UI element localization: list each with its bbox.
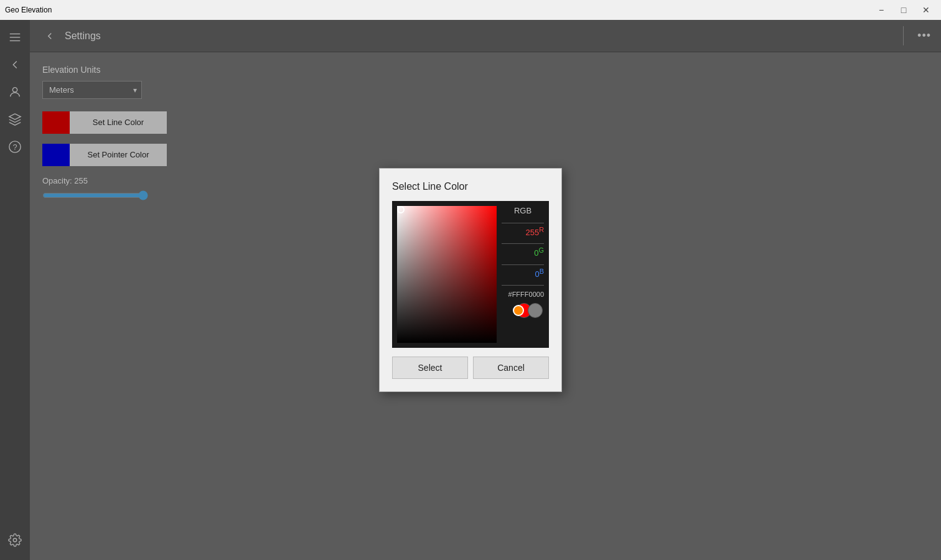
color-controls: RGB 255R 0G 0B #FFFF0000 <box>502 206 544 343</box>
color-picker-dialog: Select Line Color RGB 255R 0G 0B <box>379 168 562 392</box>
hex-value: #FFFF0000 <box>508 291 544 298</box>
r-value-row: 255R <box>502 226 544 237</box>
rgb-divider-2 <box>502 243 544 244</box>
rgb-divider-4 <box>502 285 544 286</box>
gradient-dark-overlay <box>397 206 497 343</box>
app-title: Geo Elevation <box>5 6 52 14</box>
gradient-bg <box>397 206 497 343</box>
color-gradient-canvas[interactable] <box>397 206 497 343</box>
titlebar: Geo Elevation − □ ✕ <box>0 0 941 20</box>
cancel-button[interactable]: Cancel <box>473 357 549 379</box>
b-superscript: B <box>540 268 544 275</box>
preview-old-color <box>528 303 543 318</box>
close-button[interactable]: ✕ <box>916 4 936 16</box>
dialog-title: Select Line Color <box>392 181 549 192</box>
color-preview-row <box>512 303 544 318</box>
rgb-divider <box>502 223 544 223</box>
r-value: 255R <box>514 226 544 237</box>
g-value-row: 0G <box>502 246 544 258</box>
dialog-buttons: Select Cancel <box>392 357 549 379</box>
window-controls: − □ ✕ <box>871 4 936 16</box>
maximize-button[interactable]: □ <box>894 4 914 16</box>
select-button[interactable]: Select <box>392 357 468 379</box>
rgb-label: RGB <box>514 206 531 215</box>
b-value-row: 0B <box>502 268 544 279</box>
color-picker-area: RGB 255R 0G 0B #FFFF0000 <box>392 201 549 348</box>
g-value: 0G <box>514 246 544 258</box>
r-superscript: R <box>539 226 544 233</box>
g-superscript: G <box>539 246 544 254</box>
b-value: 0B <box>514 268 544 279</box>
rgb-divider-3 <box>502 264 544 265</box>
hue-cursor <box>513 305 524 316</box>
minimize-button[interactable]: − <box>871 4 891 16</box>
